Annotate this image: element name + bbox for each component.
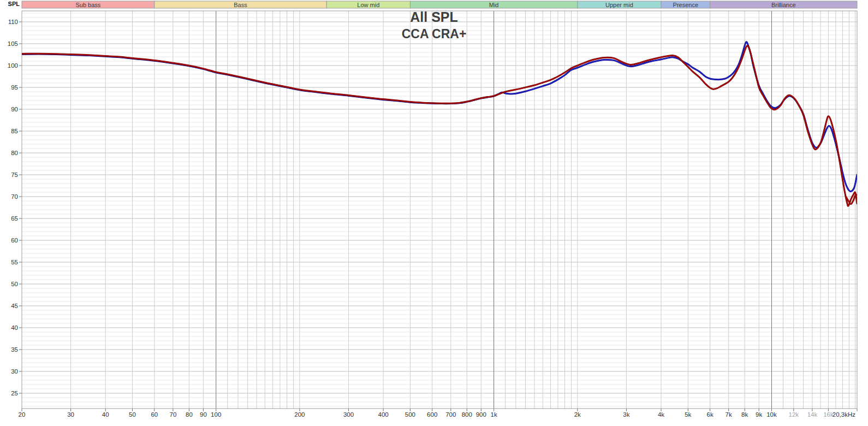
x-tick-label: 900 <box>476 411 486 418</box>
x-tick-label: 400 <box>378 411 389 418</box>
x-tick-label: 4k <box>658 411 664 418</box>
y-tick-label: 100 <box>8 62 18 69</box>
y-tick-label: 105 <box>8 40 18 47</box>
x-tick-label: 8k <box>741 411 748 418</box>
x-tick-label: 70 <box>170 411 177 418</box>
band-label: Low mid <box>357 2 379 8</box>
y-tick-label: 90 <box>11 106 18 113</box>
band-label: Upper mid <box>605 2 633 8</box>
trace-blue <box>22 42 857 192</box>
y-tick-label: 80 <box>11 150 18 156</box>
y-tick-label: 50 <box>11 281 18 287</box>
x-tick-label: 6k <box>707 411 714 418</box>
x-tick-label: 12k <box>789 411 799 418</box>
y-tick-label: 65 <box>11 215 18 222</box>
x-tick-label: 500 <box>405 411 415 418</box>
chart-plot: Sub bassBassLow midMidUpper midPresenceB… <box>0 0 868 426</box>
band-label: Bass <box>234 2 247 8</box>
axis-ticks <box>19 22 857 411</box>
y-tick-label: 60 <box>11 237 18 244</box>
y-tick-label: 30 <box>11 368 18 375</box>
x-tick-label: 40 <box>102 411 109 418</box>
y-tick-label: 35 <box>11 346 18 353</box>
y-tick-label: 45 <box>11 303 18 309</box>
x-tick-label: 200 <box>294 411 305 418</box>
y-tick-label: 85 <box>11 128 18 134</box>
y-tick-label: 25 <box>11 390 18 397</box>
x-tick-label: 60 <box>151 411 158 418</box>
y-tick-label: 110 <box>8 19 18 25</box>
x-tick-label: 5k <box>685 411 691 418</box>
x-tick-label: 1k <box>491 411 497 418</box>
chart-subtitle: CCA CRA+ <box>402 27 467 42</box>
x-tick-label: 90 <box>200 411 207 418</box>
band-label: Mid <box>489 2 499 8</box>
x-tick-label: 20,3kHz <box>833 411 855 418</box>
band-label: Brilliance <box>771 2 796 8</box>
spl-chart: Sub bassBassLow midMidUpper midPresenceB… <box>0 0 868 426</box>
x-tick-label: 2k <box>574 411 581 418</box>
x-tick-label: 3k <box>623 411 629 418</box>
x-tick-label: 50 <box>129 411 136 418</box>
x-tick-label: 800 <box>462 411 472 418</box>
band-label: Presence <box>673 2 698 8</box>
x-tick-label: 7k <box>726 411 732 418</box>
y-tick-label: 40 <box>11 324 18 331</box>
chart-title: All SPL <box>410 9 458 25</box>
x-tick-label: 100 <box>211 411 221 418</box>
y-tick-label: 75 <box>11 171 18 178</box>
x-tick-label: 600 <box>427 411 437 418</box>
x-tick-label: 30 <box>67 411 74 418</box>
horizontal-gridlines <box>22 13 857 406</box>
traces <box>22 42 857 206</box>
x-tick-label: 20 <box>19 411 26 418</box>
x-tick-label: 80 <box>186 411 193 418</box>
x-tick-label: 300 <box>343 411 354 418</box>
y-axis-unit-label: SPL <box>0 1 20 7</box>
y-tick-label: 95 <box>11 84 18 91</box>
x-tick-label: 700 <box>445 411 456 418</box>
x-tick-label: 9k <box>756 411 762 418</box>
frequency-band-strip: Sub bassBassLow midMidUpper midPresenceB… <box>22 1 857 8</box>
x-axis-labels: 2030405060708090100200300400500600700800… <box>19 411 856 418</box>
band-label: Sub bass <box>75 2 100 8</box>
x-tick-label: 14k <box>807 411 818 418</box>
y-axis-labels: 110105100959085807570656055504540353025 <box>8 19 18 397</box>
x-tick-label: 10k <box>766 411 777 418</box>
y-tick-label: 70 <box>11 193 18 200</box>
y-tick-label: 55 <box>11 259 18 265</box>
